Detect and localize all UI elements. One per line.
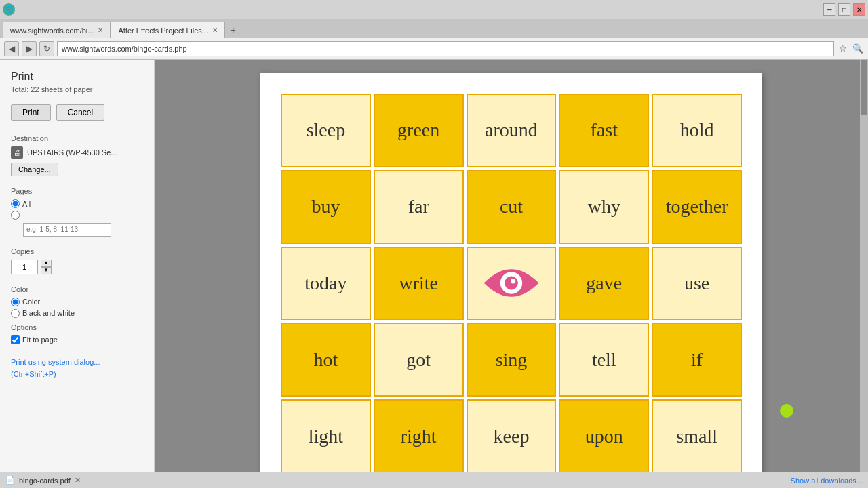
bingo-page: sleepgreenaroundfastholdbuyfarcutwhytoge… bbox=[260, 73, 762, 472]
forward-button[interactable]: ▶ bbox=[22, 41, 37, 56]
close-button[interactable]: ✕ bbox=[853, 3, 865, 16]
search-icon[interactable]: 🔍 bbox=[852, 43, 864, 55]
pages-all-row: All bbox=[11, 199, 143, 208]
print-subtitle: Total: 22 sheets of paper bbox=[11, 85, 143, 94]
bingo-cell-20: light bbox=[281, 399, 371, 472]
free-space-eye-icon bbox=[481, 261, 542, 305]
window-controls[interactable]: ─ □ ✕ bbox=[823, 3, 865, 16]
bingo-cell-21: right bbox=[374, 399, 464, 472]
tab-close-0[interactable]: ✕ bbox=[98, 26, 103, 34]
bingo-cell-2: around bbox=[467, 94, 557, 167]
destination-row: 🖨 UPSTAIRS (WP-4530 Se... bbox=[11, 146, 143, 159]
bingo-cell-0: sleep bbox=[281, 94, 371, 167]
bingo-cell-13: gave bbox=[559, 247, 649, 321]
copies-label: Copies bbox=[11, 247, 143, 256]
pages-custom-row bbox=[11, 211, 143, 220]
browser-frame: 🌐 ─ □ ✕ www.sightwords.com/bi... ✕ After… bbox=[0, 0, 868, 488]
copies-section: Copies ▲ ▼ bbox=[11, 247, 143, 274]
cursor bbox=[780, 404, 793, 418]
download-filename: bingo-cards.pdf bbox=[19, 476, 71, 485]
print-panel: Print Total: 22 sheets of paper Print Ca… bbox=[0, 60, 155, 472]
tab-close-1[interactable]: ✕ bbox=[212, 26, 218, 34]
toolbar-icons: ☆ 🔍 bbox=[837, 43, 864, 55]
bw-label-text: Black and white bbox=[22, 309, 75, 317]
print-buttons: Print Cancel bbox=[11, 104, 143, 121]
change-destination-button[interactable]: Change... bbox=[11, 163, 58, 176]
title-bar-left: 🌐 bbox=[3, 3, 15, 16]
bingo-cell-22: keep bbox=[467, 399, 557, 472]
bingo-cell-7: cut bbox=[467, 170, 557, 244]
bingo-cell-12 bbox=[467, 247, 557, 321]
tab-bar: www.sightwords.com/bi... ✕ After Effects… bbox=[0, 19, 868, 38]
cancel-button[interactable]: Cancel bbox=[56, 104, 104, 121]
bingo-cell-8: why bbox=[559, 170, 649, 244]
bingo-grid: sleepgreenaroundfastholdbuyfarcutwhytoge… bbox=[281, 94, 742, 472]
main-area: Print Total: 22 sheets of paper Print Ca… bbox=[0, 60, 868, 472]
bingo-cell-5: buy bbox=[281, 170, 371, 244]
bingo-cell-23: upon bbox=[559, 399, 649, 472]
bingo-cell-9: together bbox=[652, 170, 742, 244]
bingo-cell-14: use bbox=[652, 247, 742, 321]
fit-to-page-row: Fit to page bbox=[11, 336, 143, 344]
destination-name: UPSTAIRS (WP-4530 Se... bbox=[27, 148, 117, 157]
show-all-downloads-link[interactable]: Show all downloads... bbox=[791, 476, 863, 485]
scrollbar-thumb[interactable] bbox=[861, 60, 867, 115]
printer-icon: 🖨 bbox=[11, 146, 23, 159]
scrollbar[interactable] bbox=[860, 60, 868, 472]
fit-to-page-checkbox[interactable] bbox=[11, 336, 20, 344]
options-label: Options bbox=[11, 323, 143, 331]
copies-increment-button[interactable]: ▲ bbox=[41, 260, 52, 267]
maximize-button[interactable]: □ bbox=[838, 3, 850, 16]
tab-1[interactable]: After Effects Project Files... ✕ bbox=[111, 22, 224, 38]
content-area: sleepgreenaroundfastholdbuyfarcutwhytoge… bbox=[155, 60, 868, 472]
pages-radio-group: All bbox=[11, 199, 143, 237]
pages-all-label: All bbox=[22, 200, 31, 208]
svg-point-2 bbox=[511, 279, 515, 284]
copies-stepper: ▲ ▼ bbox=[41, 260, 52, 274]
bw-radio[interactable] bbox=[11, 309, 20, 318]
pages-section: Pages All bbox=[11, 187, 143, 237]
bingo-cell-11: write bbox=[374, 247, 464, 321]
bw-radio-row: Black and white bbox=[11, 309, 143, 318]
copies-decrement-button[interactable]: ▼ bbox=[41, 267, 52, 274]
svg-point-1 bbox=[505, 277, 518, 290]
color-label: Color bbox=[11, 285, 143, 293]
bookmark-icon[interactable]: ☆ bbox=[837, 43, 849, 55]
new-tab-button[interactable]: + bbox=[225, 22, 241, 38]
pages-all-radio[interactable] bbox=[11, 199, 20, 208]
copies-input[interactable] bbox=[11, 260, 38, 274]
destination-label: Destination bbox=[11, 134, 143, 142]
bingo-cell-6: far bbox=[374, 170, 464, 244]
reload-button[interactable]: ↻ bbox=[39, 41, 54, 56]
destination-section: Destination 🖨 UPSTAIRS (WP-4530 Se... Ch… bbox=[11, 134, 143, 176]
download-icon: 📄 bbox=[5, 476, 15, 485]
tab-0[interactable]: www.sightwords.com/bi... ✕ bbox=[3, 22, 111, 38]
minimize-button[interactable]: ─ bbox=[823, 3, 835, 16]
bingo-cell-16: got bbox=[374, 323, 464, 396]
print-title: Print bbox=[11, 70, 143, 83]
title-bar: 🌐 ─ □ ✕ bbox=[0, 0, 868, 19]
print-button[interactable]: Print bbox=[11, 104, 51, 121]
pages-custom-radio[interactable] bbox=[11, 211, 20, 220]
options-section: Options Fit to page bbox=[11, 323, 143, 344]
download-item: 📄 bingo-cards.pdf ✕ bbox=[5, 476, 81, 485]
bingo-cell-10: today bbox=[281, 247, 371, 321]
color-label-text: Color bbox=[22, 298, 40, 306]
color-section: Color Color Black and white bbox=[11, 285, 143, 318]
download-close-icon[interactable]: ✕ bbox=[75, 476, 81, 485]
bingo-cell-19: if bbox=[652, 323, 742, 396]
bottom-bar: 📄 bingo-cards.pdf ✕ Show all downloads..… bbox=[0, 472, 868, 488]
address-input[interactable] bbox=[57, 41, 834, 56]
pages-label: Pages bbox=[11, 187, 143, 195]
color-radio[interactable] bbox=[11, 298, 20, 306]
back-button[interactable]: ◀ bbox=[4, 41, 19, 56]
system-print-link[interactable]: Print using system dialog... (Ctrl+Shift… bbox=[11, 358, 100, 378]
bingo-cell-1: green bbox=[374, 94, 464, 167]
address-bar: ◀ ▶ ↻ ☆ 🔍 bbox=[0, 38, 868, 60]
copies-row: ▲ ▼ bbox=[11, 260, 143, 274]
bingo-cell-17: sing bbox=[467, 323, 557, 396]
bingo-cell-4: hold bbox=[652, 94, 742, 167]
page-range-input[interactable] bbox=[23, 223, 111, 237]
fit-to-page-label: Fit to page bbox=[22, 336, 58, 344]
color-radio-row: Color bbox=[11, 298, 143, 306]
